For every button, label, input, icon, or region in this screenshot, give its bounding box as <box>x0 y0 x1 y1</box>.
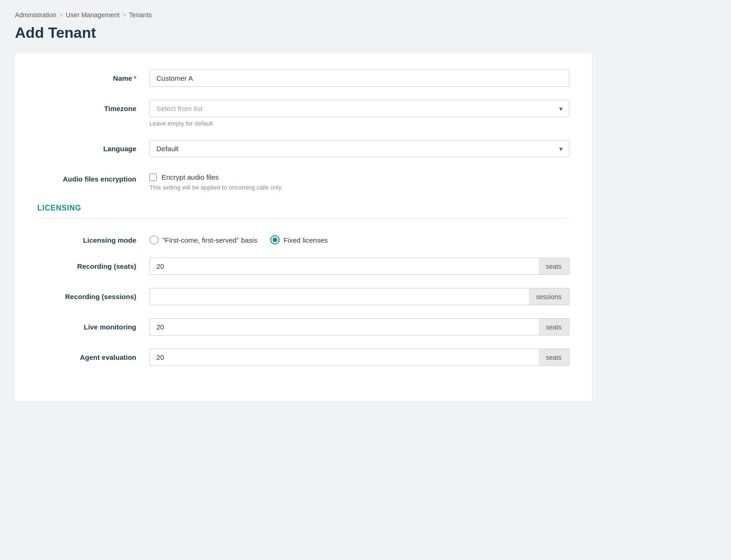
encrypt-checkbox[interactable] <box>149 174 157 181</box>
breadcrumb: Administration > User Management > Tenan… <box>15 11 592 19</box>
language-label: Language <box>37 140 149 153</box>
recording-sessions-addon: sessions <box>529 288 569 305</box>
radio-fixed-licenses-label: Fixed licenses <box>283 236 328 244</box>
breadcrumb-admin[interactable]: Administration <box>15 11 56 19</box>
encrypt-checkbox-row: Encrypt audio files <box>149 170 569 181</box>
radio-first-come-circle <box>149 235 159 245</box>
radio-first-come-label: "First-come, first-served" basis <box>162 236 257 244</box>
form-card: Name* Timezone Select from list ▼ Leave … <box>15 53 592 401</box>
recording-sessions-label: Recording (sessions) <box>37 288 149 301</box>
recording-seats-wrapper: seats <box>149 258 569 275</box>
language-row: Language Default ▼ <box>37 140 569 157</box>
recording-sessions-input[interactable] <box>149 288 529 305</box>
recording-sessions-input-group: sessions <box>149 288 569 305</box>
language-select[interactable]: Default <box>149 140 569 157</box>
licensing-mode-row: Licensing mode "First-come, first-served… <box>37 231 569 245</box>
licensing-mode-radio-group: "First-come, first-served" basis Fixed l… <box>149 231 569 245</box>
timezone-select-wrapper: Select from list ▼ <box>149 100 569 117</box>
licensing-divider <box>37 218 569 218</box>
agent-evaluation-addon: seats <box>539 349 569 366</box>
timezone-hint: Leave empty for default <box>149 120 569 127</box>
live-monitoring-addon: seats <box>539 318 569 336</box>
breadcrumb-user-mgmt[interactable]: User Management <box>66 11 119 19</box>
encrypt-checkbox-label[interactable]: Encrypt audio files <box>162 173 219 181</box>
language-field-wrapper: Default ▼ <box>149 140 569 157</box>
audio-row: Audio files encryption Encrypt audio fil… <box>37 170 569 191</box>
live-monitoring-wrapper: seats <box>149 318 569 336</box>
live-monitoring-row: Live monitoring seats <box>37 318 569 336</box>
timezone-field-wrapper: Select from list ▼ Leave empty for defau… <box>149 100 569 127</box>
licensing-mode-label: Licensing mode <box>37 231 149 244</box>
breadcrumb-sep-2: > <box>122 11 126 19</box>
timezone-row: Timezone Select from list ▼ Leave empty … <box>37 100 569 127</box>
audio-field-wrapper: Encrypt audio files This setting will be… <box>149 170 569 191</box>
name-input[interactable] <box>149 70 569 87</box>
audio-label: Audio files encryption <box>37 170 149 183</box>
agent-evaluation-input-group: seats <box>149 349 569 366</box>
live-monitoring-input-group: seats <box>149 318 569 336</box>
agent-evaluation-label: Agent evaluation <box>37 349 149 361</box>
licensing-section-title: LICENSING <box>37 204 569 212</box>
language-select-wrapper: Default ▼ <box>149 140 569 157</box>
radio-fixed-licenses-circle <box>270 235 280 245</box>
licensing-section-header: LICENSING <box>37 204 569 212</box>
agent-evaluation-row: Agent evaluation seats <box>37 349 569 366</box>
recording-seats-input[interactable] <box>149 258 539 275</box>
recording-seats-row: Recording (seats) seats <box>37 258 569 275</box>
recording-seats-input-group: seats <box>149 258 569 275</box>
live-monitoring-label: Live monitoring <box>37 318 149 331</box>
breadcrumb-sep-1: > <box>59 11 63 19</box>
name-row: Name* <box>37 70 569 87</box>
agent-evaluation-input[interactable] <box>149 349 539 366</box>
breadcrumb-tenants[interactable]: Tenants <box>129 11 152 19</box>
name-field-wrapper <box>149 70 569 87</box>
timezone-select[interactable]: Select from list <box>149 100 569 117</box>
name-label: Name* <box>37 70 149 82</box>
recording-seats-addon: seats <box>539 258 569 275</box>
page-title: Add Tenant <box>15 24 592 42</box>
recording-sessions-row: Recording (sessions) sessions <box>37 288 569 305</box>
radio-first-come[interactable]: "First-come, first-served" basis <box>149 235 257 245</box>
recording-sessions-wrapper: sessions <box>149 288 569 305</box>
live-monitoring-input[interactable] <box>149 318 539 336</box>
agent-evaluation-wrapper: seats <box>149 349 569 366</box>
licensing-mode-wrapper: "First-come, first-served" basis Fixed l… <box>149 231 569 245</box>
timezone-label: Timezone <box>37 100 149 112</box>
radio-fixed-licenses[interactable]: Fixed licenses <box>270 235 328 245</box>
recording-seats-label: Recording (seats) <box>37 258 149 270</box>
audio-hint: This setting will be applied to oncoming… <box>149 184 569 191</box>
